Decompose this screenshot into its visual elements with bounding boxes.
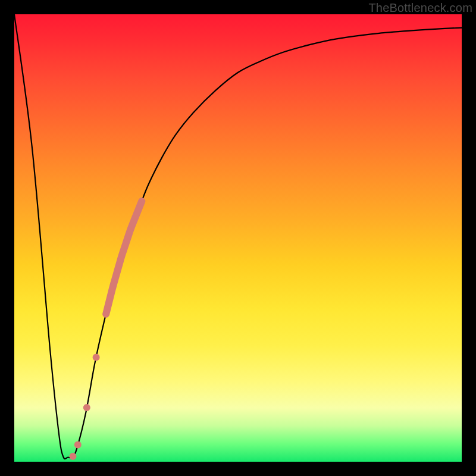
marker-dot [74, 441, 82, 448]
marker-dots [70, 353, 100, 460]
watermark-text: TheBottleneck.com [368, 1, 472, 15]
marker-dot [83, 404, 90, 411]
bottleneck-curve [14, 14, 462, 459]
chart-svg [14, 14, 462, 462]
marker-dot [93, 353, 100, 361]
chart-frame: TheBottleneck.com [0, 0, 476, 476]
curve-layer [14, 14, 462, 460]
marker-thick-segment [106, 201, 142, 314]
plot-area [14, 14, 462, 462]
marker-dot [70, 453, 77, 460]
